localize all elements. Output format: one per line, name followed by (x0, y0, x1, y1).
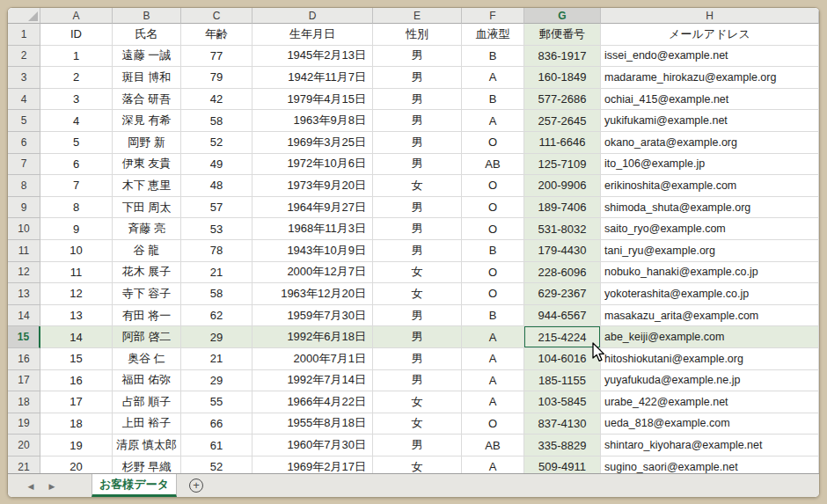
row-header-1[interactable]: 1 (8, 24, 40, 46)
cell-H1[interactable]: メールアドレス (601, 24, 819, 46)
cell-C16[interactable]: 21 (181, 348, 252, 370)
cell-D6[interactable]: 1969年3月25日 (252, 132, 373, 154)
cell-B9[interactable]: 下田 周太 (113, 197, 181, 219)
cell-F1[interactable]: 血液型 (462, 24, 524, 46)
column-header-G[interactable]: G (524, 8, 601, 24)
cell-F19[interactable]: O (462, 413, 524, 435)
cell-D11[interactable]: 1943年10月9日 (252, 240, 373, 262)
cell-H16[interactable]: hitoshiokutani@example.org (601, 348, 819, 370)
cell-B10[interactable]: 斉藤 亮 (113, 218, 181, 240)
row-header-5[interactable]: 5 (8, 110, 40, 132)
cell-C1[interactable]: 年齢 (181, 24, 252, 46)
cell-A11[interactable]: 10 (40, 240, 113, 262)
cell-G15[interactable]: 215-4224 (524, 326, 601, 348)
cell-D14[interactable]: 1959年7月30日 (252, 305, 373, 327)
cell-C10[interactable]: 53 (181, 218, 252, 240)
cell-E16[interactable]: 男 (373, 348, 462, 370)
row-header-19[interactable]: 19 (8, 413, 40, 435)
cell-H18[interactable]: urabe_422@example.net (601, 391, 819, 413)
row-header-20[interactable]: 20 (8, 435, 40, 457)
cell-C8[interactable]: 48 (181, 175, 252, 197)
cell-A20[interactable]: 19 (40, 435, 113, 457)
cell-A9[interactable]: 8 (40, 197, 113, 219)
cell-E19[interactable]: 女 (373, 413, 462, 435)
row-header-14[interactable]: 14 (8, 305, 40, 327)
cell-B7[interactable]: 伊東 友貴 (113, 154, 181, 176)
cell-G1[interactable]: 郵便番号 (524, 24, 601, 46)
cell-A19[interactable]: 18 (40, 413, 113, 435)
cell-G10[interactable]: 531-8032 (524, 218, 601, 240)
row-header-16[interactable]: 16 (8, 348, 40, 370)
cell-H21[interactable]: sugino_saori@example.net (601, 457, 819, 473)
cell-D4[interactable]: 1979年4月15日 (252, 89, 373, 111)
cell-F17[interactable]: A (462, 370, 524, 392)
cell-H14[interactable]: masakazu_arita@example.com (601, 305, 819, 327)
cell-C20[interactable]: 61 (181, 435, 252, 457)
cell-E1[interactable]: 性別 (373, 24, 462, 46)
cell-F6[interactable]: O (462, 132, 524, 154)
row-header-18[interactable]: 18 (8, 391, 40, 413)
cell-D12[interactable]: 2000年12月7日 (252, 262, 373, 284)
cell-D8[interactable]: 1973年9月20日 (252, 175, 373, 197)
cell-B11[interactable]: 谷 龍 (113, 240, 181, 262)
cell-E15[interactable]: 男 (373, 326, 462, 348)
cell-G9[interactable]: 189-7406 (524, 197, 601, 219)
cell-E18[interactable]: 女 (373, 391, 462, 413)
cell-A1[interactable]: ID (40, 24, 113, 46)
cell-A7[interactable]: 6 (40, 154, 113, 176)
cell-C21[interactable]: 52 (181, 457, 252, 473)
cell-E17[interactable]: 男 (373, 370, 462, 392)
row-header-7[interactable]: 7 (8, 154, 40, 176)
cell-B21[interactable]: 杉野 早織 (113, 457, 181, 473)
cell-A4[interactable]: 3 (40, 89, 113, 111)
cell-E8[interactable]: 女 (373, 175, 462, 197)
cell-C13[interactable]: 58 (181, 283, 252, 305)
cell-F18[interactable]: A (462, 391, 524, 413)
cell-G18[interactable]: 103-5845 (524, 391, 601, 413)
cell-C18[interactable]: 55 (181, 391, 252, 413)
row-header-10[interactable]: 10 (8, 218, 40, 240)
cell-C12[interactable]: 21 (181, 262, 252, 284)
cell-G12[interactable]: 228-6096 (524, 262, 601, 284)
cell-A6[interactable]: 5 (40, 132, 113, 154)
cell-B18[interactable]: 占部 順子 (113, 391, 181, 413)
cell-E11[interactable]: 男 (373, 240, 462, 262)
cell-B3[interactable]: 斑目 博和 (113, 67, 181, 89)
row-header-4[interactable]: 4 (8, 89, 40, 111)
cell-H11[interactable]: tani_ryu@example.org (601, 240, 819, 262)
row-header-12[interactable]: 12 (8, 262, 40, 284)
cell-D2[interactable]: 1945年2月13日 (252, 46, 373, 68)
cell-G5[interactable]: 257-2645 (524, 110, 601, 132)
cell-H8[interactable]: erikinoshita@example.com (601, 175, 819, 197)
cell-D20[interactable]: 1960年7月30日 (252, 435, 373, 457)
cell-F21[interactable]: A (462, 457, 524, 473)
cell-H9[interactable]: shimoda_shuta@example.org (601, 197, 819, 219)
cell-C3[interactable]: 79 (181, 67, 252, 89)
cell-H15[interactable]: abe_keiji@example.com (601, 326, 819, 348)
cell-F9[interactable]: O (462, 197, 524, 219)
cell-A16[interactable]: 15 (40, 348, 113, 370)
cell-G16[interactable]: 104-6016 (524, 348, 601, 370)
cell-B1[interactable]: 氏名 (113, 24, 181, 46)
cell-F2[interactable]: B (462, 46, 524, 68)
cell-H5[interactable]: yukifukami@example.net (601, 110, 819, 132)
cell-E13[interactable]: 女 (373, 283, 462, 305)
cell-H2[interactable]: issei_endo@example.net (601, 46, 819, 68)
cell-H6[interactable]: okano_arata@example.org (601, 132, 819, 154)
cell-G11[interactable]: 179-4430 (524, 240, 601, 262)
cell-H12[interactable]: nobuko_hanaki@example.co.jp (601, 262, 819, 284)
row-header-8[interactable]: 8 (8, 175, 40, 197)
cell-F15[interactable]: A (462, 326, 524, 348)
column-header-B[interactable]: B (113, 8, 181, 24)
cell-B8[interactable]: 木下 恵里 (113, 175, 181, 197)
cell-C14[interactable]: 62 (181, 305, 252, 327)
cell-G7[interactable]: 125-7109 (524, 154, 601, 176)
cell-B20[interactable]: 清原 慎太郎 (113, 435, 181, 457)
row-header-3[interactable]: 3 (8, 67, 40, 89)
cell-F10[interactable]: O (462, 218, 524, 240)
cell-A21[interactable]: 20 (40, 457, 113, 473)
cell-D13[interactable]: 1963年12月20日 (252, 283, 373, 305)
cell-A3[interactable]: 2 (40, 67, 113, 89)
cell-A5[interactable]: 4 (40, 110, 113, 132)
cell-B5[interactable]: 深見 有希 (113, 110, 181, 132)
